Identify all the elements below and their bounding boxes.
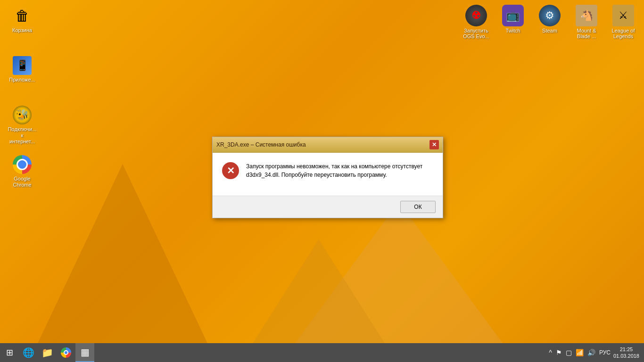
steam-icon <box>538 4 561 27</box>
taskbar-chrome-icon <box>61 347 71 358</box>
desktop-icon-recycle-bin[interactable]: 🗑 Корзина <box>6 5 39 35</box>
ie-icon: 🌐 <box>23 347 34 358</box>
desktop-icon-mount-blade[interactable]: Mount &Blade ... <box>570 2 603 41</box>
taskbar-taskmanager[interactable]: ▦ <box>75 343 94 362</box>
tray-clock[interactable]: 21:25 01.03.2018 <box>613 346 639 360</box>
chrome-icon <box>13 155 32 174</box>
bee-icon <box>13 106 32 124</box>
taskbar-pinned-items: 🌐 📁 ▦ <box>19 343 94 362</box>
windows-icon: ⊞ <box>6 347 13 358</box>
dialog-title: XR_3DA.exe – Системная ошибка <box>216 141 306 148</box>
ok-button[interactable]: ОК <box>400 201 436 213</box>
tray-language[interactable]: РУС <box>599 349 611 356</box>
steam-label: Steam <box>542 28 557 33</box>
tray-network-icon[interactable]: 📶 <box>575 348 585 357</box>
desktop-icon-twitch[interactable]: Twitch <box>497 2 529 41</box>
recycle-bin-label: Корзина <box>12 27 32 33</box>
error-dialog: XR_3DA.exe – Системная ошибка ✕ ✕ Запуск… <box>212 137 443 218</box>
desktop-icon-chrome[interactable]: GoogleChrome <box>6 153 39 190</box>
dialog-footer: ОК <box>213 196 443 218</box>
tray-volume-icon[interactable]: 🔊 <box>586 348 596 357</box>
taskmanager-icon: ▦ <box>81 346 90 358</box>
dialog-title-bar: XR_3DA.exe – Системная ошибка ✕ <box>213 137 443 153</box>
desktop-icon-lol[interactable]: League ofLegends <box>607 2 639 41</box>
chrome-label: GoogleChrome <box>13 176 31 188</box>
mount-blade-label: Mount &Blade ... <box>577 28 596 39</box>
twitch-label: Twitch <box>505 28 520 33</box>
tray-flag-icon[interactable]: ⚑ <box>555 348 563 357</box>
ogs-label: ЗапуститьOGS Evo... <box>463 28 489 39</box>
tray-date: 01.03.2018 <box>613 353 639 359</box>
beeline-label: Подключи...к интернет... <box>8 126 37 145</box>
trash-icon: 🗑 <box>13 7 32 25</box>
tray-chevron-icon[interactable]: ^ <box>548 348 553 357</box>
tray-monitor-icon[interactable]: ▢ <box>565 348 573 357</box>
taskbar: ⊞ 🌐 📁 ▦ ^ ⚑ ▢ 📶 🔊 РУС 21:25 01.03.2018 <box>0 343 644 362</box>
bg-shape-right2 <box>253 239 385 343</box>
error-icon: ✕ <box>222 162 239 179</box>
dialog-content: ✕ Запуск программы невозможен, так как н… <box>222 162 433 179</box>
app-icon <box>13 56 32 75</box>
tray-system-icons: ^ ⚑ ▢ 📶 🔊 <box>548 348 596 357</box>
taskbar-chrome[interactable] <box>57 343 75 362</box>
top-right-icon-group: ЗапуститьOGS Evo... Twitch Steam Mount &… <box>460 2 639 41</box>
lol-label: League ofLegends <box>612 28 635 39</box>
explorer-icon: 📁 <box>41 347 53 358</box>
desktop: 🗑 Корзина Приложе... Подключи...к интерн… <box>0 0 644 343</box>
ogs-icon <box>465 4 487 27</box>
desktop-icon-beeline[interactable]: Подключи...к интернет... <box>6 104 39 147</box>
taskbar-ie[interactable]: 🌐 <box>19 343 38 362</box>
dialog-body: ✕ Запуск программы невозможен, так как н… <box>213 153 443 196</box>
taskbar-tray: ^ ⚑ ▢ 📶 🔊 РУС 21:25 01.03.2018 <box>548 346 644 360</box>
taskbar-explorer[interactable]: 📁 <box>38 343 57 362</box>
start-button[interactable]: ⊞ <box>0 343 19 362</box>
desktop-icon-app[interactable]: Приложе... <box>6 54 39 85</box>
dialog-message: Запуск программы невозможен, так как на … <box>246 162 433 179</box>
twitch-icon <box>502 4 524 27</box>
bg-shape-left <box>38 164 207 343</box>
tray-time: 21:25 <box>613 346 639 353</box>
desktop-icon-steam[interactable]: Steam <box>534 2 566 41</box>
dialog-close-button[interactable]: ✕ <box>429 140 439 149</box>
mount-blade-icon <box>575 4 598 27</box>
app-label: Приложе... <box>9 77 35 83</box>
lol-icon <box>612 4 635 27</box>
desktop-icon-ogs[interactable]: ЗапуститьOGS Evo... <box>460 2 492 41</box>
